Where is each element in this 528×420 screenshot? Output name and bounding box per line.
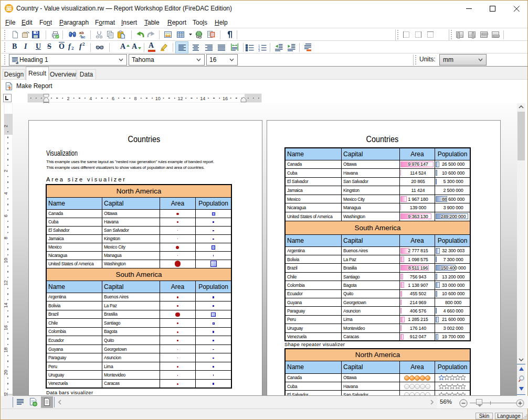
svg-text:12: 12 [177,96,183,101]
svg-text:2: 2 [67,96,69,101]
svg-text:12: 12 [3,280,8,285]
svg-text:8: 8 [3,237,8,240]
svg-text:8: 8 [134,96,137,101]
svg-text:16: 16 [223,96,228,101]
svg-text:10: 10 [155,96,161,101]
svg-text:2: 2 [3,125,8,127]
svg-text:4: 4 [89,96,92,101]
svg-text:a: a [16,59,18,64]
svg-text:ac: ac [81,35,85,39]
svg-text:16: 16 [3,325,8,330]
svg-text:4: 4 [3,192,8,195]
svg-text:6: 6 [112,96,114,101]
svg-text:10: 10 [3,258,8,263]
svg-text:20: 20 [3,370,8,375]
svg-text:18: 18 [3,348,8,353]
svg-text:22: 22 [3,392,8,396]
svg-text:3: 3 [258,49,260,52]
svg-text:2: 2 [3,169,8,172]
svg-text:6: 6 [3,214,8,217]
svg-text:14: 14 [3,303,8,308]
svg-text:14: 14 [200,96,205,101]
